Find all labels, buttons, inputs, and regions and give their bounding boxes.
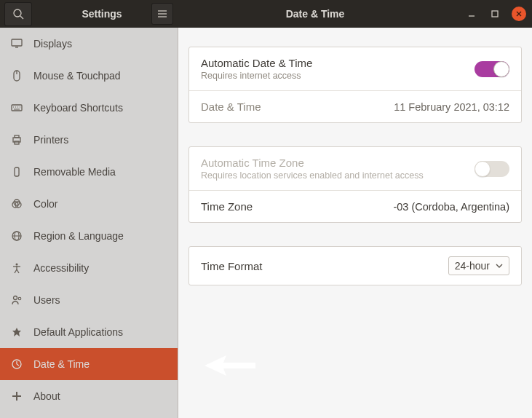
sidebar-item-mouse-touchpad[interactable]: Mouse & Touchpad	[0, 60, 178, 92]
svg-point-34	[14, 296, 17, 300]
svg-rect-22	[15, 167, 19, 176]
close-icon	[515, 9, 523, 18]
sidebar-item-label: Displays	[33, 38, 72, 50]
maximize-button[interactable]	[488, 7, 501, 20]
maximize-icon	[491, 9, 499, 18]
automatic-time-zone-toggle	[475, 161, 509, 177]
time-format-value: 24-hour	[455, 260, 490, 272]
sidebar-item-label: About	[33, 390, 60, 402]
close-button[interactable]	[512, 7, 526, 21]
usb-icon	[11, 166, 23, 178]
plus-icon	[11, 390, 23, 402]
users-icon-wrap	[10, 294, 23, 306]
sidebar: DisplaysMouse & TouchpadKeyboard Shortcu…	[0, 28, 178, 418]
usb-icon-wrap	[10, 166, 23, 178]
sidebar-item-date-time[interactable]: Date & Time	[0, 348, 178, 380]
chevron-down-icon	[496, 264, 503, 268]
panel-title: Date & Time	[178, 8, 452, 20]
sidebar-item-label: Accessibility	[33, 262, 89, 274]
sidebar-item-printers[interactable]: Printers	[0, 124, 178, 156]
datetime-group: Automatic Date & Time Requires internet …	[188, 47, 522, 123]
toggle-knob	[493, 61, 509, 77]
svg-point-0	[14, 9, 21, 17]
app-title: Settings	[44, 8, 160, 20]
color-icon	[11, 198, 23, 210]
date-time-title: Date & Time	[201, 100, 394, 113]
sidebar-item-about[interactable]: About	[0, 380, 178, 412]
toggle-knob	[475, 161, 491, 177]
users-icon	[11, 294, 23, 306]
sidebar-item-removable-media[interactable]: Removable Media	[0, 156, 178, 188]
printer-icon-wrap	[10, 134, 23, 146]
accessibility-icon	[11, 262, 23, 274]
row-title-col: Time Zone	[201, 200, 393, 213]
svg-rect-21	[15, 141, 19, 144]
svg-line-32	[15, 269, 17, 273]
window-controls	[465, 0, 526, 28]
sidebar-item-label: Default Applications	[33, 326, 123, 338]
sidebar-item-users[interactable]: Users	[0, 284, 178, 316]
keyboard-icon-wrap	[10, 102, 23, 114]
sidebar-item-region-language[interactable]: Region & Language	[0, 220, 178, 252]
sidebar-item-label: Keyboard Shortcuts	[33, 102, 123, 114]
minimize-button[interactable]	[465, 7, 478, 20]
sidebar-item-displays[interactable]: Displays	[0, 28, 178, 60]
mouse-icon	[11, 70, 23, 82]
row-title-col: Automatic Date & Time Requires internet …	[201, 57, 475, 81]
svg-line-33	[17, 269, 19, 273]
svg-rect-9	[12, 39, 22, 46]
hamburger-icon	[157, 9, 167, 18]
clock-icon-wrap	[10, 358, 23, 370]
svg-point-35	[18, 297, 21, 300]
keyboard-icon	[11, 102, 23, 114]
printer-icon	[11, 134, 23, 146]
row-title-col: Time Format	[201, 260, 448, 272]
sidebar-item-label: Color	[33, 198, 57, 210]
accessibility-icon-wrap	[10, 262, 23, 274]
time-format-combo[interactable]: 24-hour	[448, 256, 509, 275]
monitor-icon-wrap	[10, 38, 23, 50]
date-time-row[interactable]: Date & Time 11 February 2021, 03:12	[189, 91, 521, 122]
color-icon-wrap	[10, 198, 23, 210]
svg-line-39	[17, 364, 19, 366]
svg-marker-36	[12, 328, 21, 336]
globe-icon-wrap	[10, 230, 23, 242]
automatic-date-time-toggle[interactable]	[475, 61, 509, 77]
monitor-icon	[11, 38, 23, 50]
time-format-title: Time Format	[201, 260, 448, 272]
menu-button[interactable]	[151, 3, 173, 25]
svg-line-1	[20, 16, 23, 19]
svg-rect-13	[12, 105, 22, 111]
date-time-value: 11 February 2021, 03:12	[394, 101, 509, 113]
sidebar-item-color[interactable]: Color	[0, 188, 178, 220]
sidebar-item-label: Users	[33, 294, 60, 306]
svg-rect-20	[15, 135, 19, 138]
time-format-row: Time Format 24-hour	[189, 247, 521, 285]
automatic-date-time-title: Automatic Date & Time	[201, 57, 475, 69]
sidebar-item-label: Printers	[33, 134, 68, 146]
sidebar-item-accessibility[interactable]: Accessibility	[0, 252, 178, 284]
clock-icon	[11, 358, 23, 370]
sidebar-item-label: Removable Media	[33, 166, 116, 178]
sidebar-item-label: Region & Language	[33, 230, 124, 242]
time-zone-value: -03 (Cordoba, Argentina)	[393, 201, 509, 213]
automatic-time-zone-row: Automatic Time Zone Requires location se…	[189, 147, 521, 191]
content-area: Automatic Date & Time Requires internet …	[178, 28, 532, 418]
mouse-icon-wrap	[10, 70, 23, 82]
automatic-date-time-sub: Requires internet access	[201, 71, 475, 81]
sidebar-item-default-applications[interactable]: Default Applications	[0, 316, 178, 348]
star-icon	[11, 326, 23, 338]
automatic-time-zone-sub: Requires location services enabled and i…	[201, 170, 475, 181]
time-format-group: Time Format 24-hour	[188, 246, 522, 285]
automatic-date-time-row: Automatic Date & Time Requires internet …	[189, 47, 521, 91]
sidebar-item-keyboard-shortcuts[interactable]: Keyboard Shortcuts	[0, 92, 178, 124]
row-title-col: Date & Time	[201, 100, 394, 113]
svg-rect-6	[492, 11, 498, 17]
star-icon-wrap	[10, 326, 23, 338]
search-button[interactable]	[4, 2, 32, 26]
globe-icon	[11, 230, 23, 242]
search-icon	[13, 9, 24, 20]
timezone-group: Automatic Time Zone Requires location se…	[188, 146, 522, 223]
svg-point-29	[16, 264, 18, 266]
time-zone-row[interactable]: Time Zone -03 (Cordoba, Argentina)	[189, 191, 521, 222]
